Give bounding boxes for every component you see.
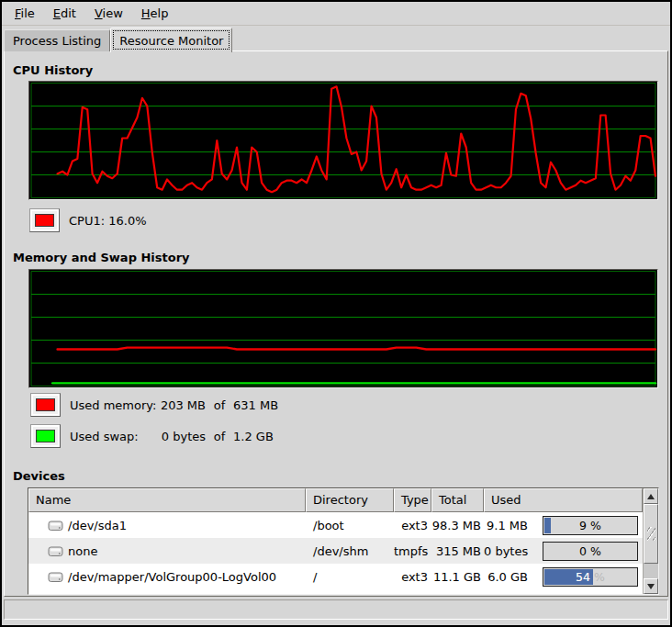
device-used-cell: 6.0 GB54 %54 % bbox=[484, 567, 643, 587]
devices-table: Name Directory Type Total Used /dev/sda1… bbox=[28, 487, 659, 595]
device-used-amount: 6.0 GB bbox=[484, 570, 528, 584]
tab-resource-monitor[interactable]: Resource Monitor bbox=[110, 28, 232, 52]
memory-color-button[interactable] bbox=[30, 393, 61, 417]
memory-history-title: Memory and Swap History bbox=[13, 251, 190, 264]
memory-swap-chart bbox=[28, 269, 658, 388]
column-header-name[interactable]: Name bbox=[28, 488, 306, 512]
drive-icon bbox=[48, 571, 63, 583]
device-directory-cell: / bbox=[306, 570, 394, 584]
device-row[interactable]: /dev/sda1/bootext398.3 MB9.1 MB9 %9 % bbox=[28, 512, 643, 538]
device-used-cell: 9.1 MB9 %9 % bbox=[484, 516, 643, 535]
memory-total-value: 631 MB bbox=[233, 398, 278, 412]
usage-progress-bar: 0 %0 % bbox=[543, 542, 638, 561]
device-total-cell: 98.3 MB bbox=[431, 519, 484, 532]
drive-icon bbox=[48, 545, 63, 557]
devices-title: Devices bbox=[13, 469, 65, 483]
system-monitor-window: File Edit View Help Process Listing Reso… bbox=[0, 0, 672, 627]
memory-used-value: 203 MB bbox=[158, 398, 206, 412]
column-header-total[interactable]: Total bbox=[431, 488, 484, 512]
swap-of-label: of bbox=[206, 430, 233, 443]
swap-total-value: 1.2 GB bbox=[233, 430, 274, 443]
usage-percent-label: 9 % bbox=[543, 517, 637, 534]
device-name: /dev/sda1 bbox=[68, 519, 127, 532]
cpu-color-button[interactable] bbox=[29, 208, 60, 232]
scroll-up-button[interactable] bbox=[644, 488, 658, 504]
devices-table-header: Name Directory Type Total Used bbox=[28, 488, 643, 512]
vertical-scrollbar[interactable] bbox=[643, 488, 658, 594]
device-name-cell: none bbox=[28, 544, 306, 558]
swap-used-value: 0 bytes bbox=[158, 430, 206, 443]
device-row[interactable]: /dev/mapper/VolGroup00-LogVol00/ext311.1… bbox=[28, 564, 643, 589]
swap-legend-label: Used swap: bbox=[70, 430, 158, 443]
menu-view[interactable]: View bbox=[85, 4, 132, 23]
usage-progress-bar: 54 %54 % bbox=[543, 567, 638, 587]
up-arrow-icon bbox=[647, 494, 655, 499]
column-header-used[interactable]: Used bbox=[484, 488, 643, 512]
tab-process-listing[interactable]: Process Listing bbox=[4, 29, 110, 51]
device-used-amount: 9.1 MB bbox=[484, 519, 528, 532]
device-name: /dev/mapper/VolGroup00-LogVol00 bbox=[68, 570, 276, 584]
memory-color-swatch bbox=[36, 398, 55, 411]
device-row[interactable]: none/dev/shmtmpfs315 MB0 bytes0 %0 % bbox=[28, 538, 643, 564]
column-header-type[interactable]: Type bbox=[394, 488, 431, 512]
tab-bar: Process Listing Resource Monitor bbox=[4, 27, 232, 51]
devices-rows: /dev/sda1/bootext398.3 MB9.1 MB9 %9 %non… bbox=[28, 512, 643, 594]
memory-legend-label: Used memory: bbox=[70, 398, 158, 412]
usage-progress-bar: 9 %9 % bbox=[543, 516, 638, 535]
device-name: none bbox=[68, 544, 97, 558]
menu-edit[interactable]: Edit bbox=[44, 4, 85, 23]
scrollbar-thumb[interactable] bbox=[644, 504, 658, 564]
device-type-cell: ext3 bbox=[394, 570, 431, 584]
device-total-cell: 315 MB bbox=[431, 544, 484, 558]
down-arrow-icon bbox=[647, 584, 655, 589]
device-type-cell: tmpfs bbox=[394, 544, 431, 558]
device-used-cell: 0 bytes0 %0 % bbox=[484, 542, 643, 561]
device-name-cell: /dev/mapper/VolGroup00-LogVol00 bbox=[28, 570, 306, 584]
usage-percent-label: 0 % bbox=[543, 543, 637, 560]
device-directory-cell: /dev/shm bbox=[306, 544, 394, 558]
status-bar bbox=[4, 599, 668, 620]
menu-bar: File Edit View Help bbox=[2, 2, 670, 26]
device-name-cell: /dev/sda1 bbox=[28, 519, 306, 532]
swap-color-swatch bbox=[36, 430, 55, 442]
cpu-history-title: CPU History bbox=[13, 63, 93, 77]
menu-file[interactable]: File bbox=[6, 4, 44, 23]
device-type-cell: ext3 bbox=[394, 519, 431, 532]
scroll-down-button[interactable] bbox=[644, 578, 658, 594]
swap-color-button[interactable] bbox=[30, 424, 61, 448]
device-total-cell: 11.1 GB bbox=[431, 570, 484, 584]
device-directory-cell: /boot bbox=[306, 519, 394, 532]
cpu-color-swatch bbox=[35, 214, 54, 227]
scrollbar-grip-icon bbox=[647, 527, 655, 541]
menu-help[interactable]: Help bbox=[132, 4, 178, 23]
cpu-legend-label: CPU1: 16.0% bbox=[69, 214, 147, 228]
cpu-history-chart bbox=[28, 81, 658, 200]
device-used-amount: 0 bytes bbox=[484, 544, 528, 558]
drive-icon bbox=[48, 520, 63, 532]
column-header-directory[interactable]: Directory bbox=[306, 488, 394, 512]
memory-of-label: of bbox=[206, 398, 233, 412]
